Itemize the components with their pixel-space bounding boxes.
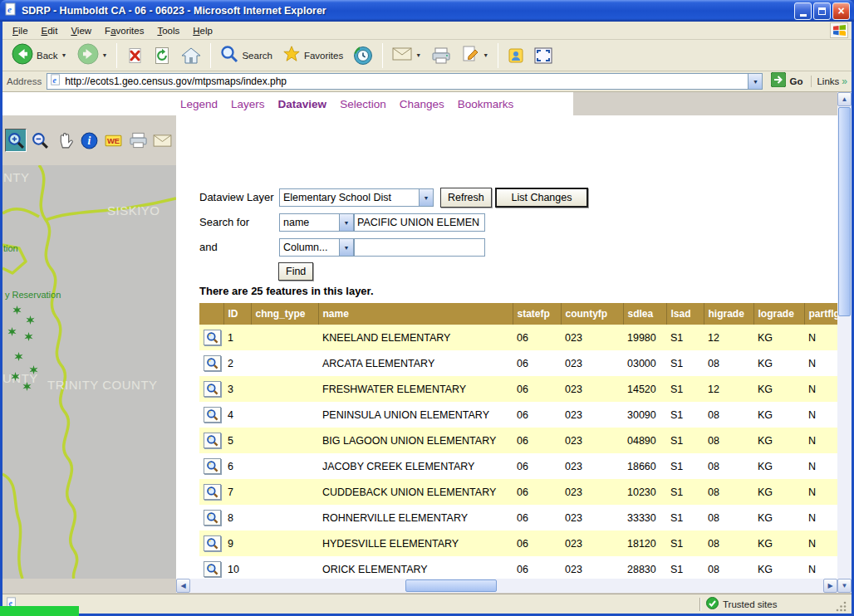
cell-countyfp: 023: [561, 530, 623, 556]
zoom-to-feature-button[interactable]: [204, 433, 221, 448]
star-icon: [282, 45, 301, 66]
history-button[interactable]: [349, 43, 377, 68]
zoom-to-feature-button[interactable]: [204, 484, 221, 500]
scroll-left-button[interactable]: ◀: [176, 579, 190, 593]
cell-higrade: 12: [704, 376, 753, 402]
horizontal-scroll-track[interactable]: [190, 579, 823, 593]
address-dropdown-button[interactable]: ▼: [748, 74, 762, 89]
zoom-to-feature-button[interactable]: [204, 510, 221, 526]
cell-statefp: 06: [513, 428, 561, 453]
feature-count-text: There are 25 features in this layer.: [199, 285, 374, 297]
address-field: e ▼: [47, 73, 763, 90]
favorites-button[interactable]: Favorites: [278, 42, 347, 69]
nav-legend[interactable]: Legend: [180, 98, 218, 110]
svg-text:WE: WE: [107, 136, 120, 145]
scroll-right-button[interactable]: ▶: [823, 579, 837, 593]
horizontal-scrollbar[interactable]: ◀ ▶: [176, 579, 837, 593]
horizontal-scroll-thumb[interactable]: [405, 579, 497, 592]
print-map-button[interactable]: [127, 129, 149, 152]
dataview-layer-select[interactable]: Elementary School Dist ▼: [279, 188, 434, 207]
menu-tools[interactable]: Tools: [150, 23, 186, 38]
cell-sdlea: 30090: [623, 402, 666, 428]
menu-help[interactable]: Help: [186, 23, 219, 38]
zoom-to-feature-button[interactable]: [204, 561, 221, 577]
nav-layers[interactable]: Layers: [231, 98, 265, 110]
map-canvas[interactable]: NTYSISKIYOUNTYTRINITY COUNTYtiony Reserv…: [2, 165, 176, 579]
window-title: SDRP - Humboldt CA - 06 - 06023 - Micros…: [22, 5, 790, 17]
chevrons-icon: »: [842, 76, 847, 87]
menu-favorites[interactable]: Favorites: [98, 23, 150, 38]
back-button[interactable]: Back ▼: [7, 41, 71, 71]
info-tool-button[interactable]: i: [78, 129, 100, 152]
address-input[interactable]: [65, 76, 744, 87]
home-button[interactable]: [177, 44, 205, 67]
edit-icon: [461, 45, 479, 66]
refresh-button[interactable]: [149, 44, 175, 67]
find-button[interactable]: Find: [278, 262, 313, 281]
trusted-sites-label: Trusted sites: [723, 599, 777, 609]
search-field-select[interactable]: name ▼: [279, 213, 354, 232]
search-text-input[interactable]: [354, 213, 485, 232]
cell-name: KNEELAND ELEMENTARY: [318, 325, 513, 350]
column-text-input[interactable]: [354, 238, 485, 257]
forward-button[interactable]: ▼: [73, 41, 112, 71]
scroll-up-button[interactable]: ▲: [837, 92, 852, 106]
toolbar-separator: [498, 43, 498, 68]
cell-partflg: N: [804, 530, 840, 556]
map-label: TRINITY COUNTY: [47, 378, 158, 392]
statusbar: e Trusted sites: [2, 594, 852, 614]
zoom-to-feature-button[interactable]: [204, 381, 221, 397]
edit-button[interactable]: ▼: [457, 42, 493, 69]
menu-view[interactable]: View: [64, 23, 98, 38]
column-header-lsad: lsad: [666, 303, 704, 325]
cell-sdlea: 18120: [623, 530, 666, 556]
cell-name: FRESHWATER ELEMENTARY: [318, 376, 513, 402]
cell-statefp: 06: [513, 325, 561, 350]
nav-selection[interactable]: Selection: [340, 98, 386, 110]
links-bar[interactable]: Links »: [811, 76, 847, 87]
cell-countyfp: 023: [561, 479, 623, 505]
nav-bookmarks[interactable]: Bookmarks: [458, 98, 514, 110]
menu-file[interactable]: File: [6, 23, 35, 38]
cell-statefp: 06: [513, 402, 561, 428]
print-button[interactable]: [427, 45, 455, 66]
zoom-to-feature-button[interactable]: [204, 458, 221, 474]
stop-button[interactable]: [122, 45, 147, 66]
maximize-button[interactable]: [813, 2, 831, 20]
nav-dataview[interactable]: Dataview: [278, 98, 327, 110]
pan-tool-button[interactable]: [54, 129, 76, 152]
and-label: and: [199, 238, 218, 257]
list-changes-button[interactable]: List Changes: [495, 188, 588, 208]
zoom-in-tool-button[interactable]: [5, 129, 27, 152]
zoom-to-feature-button[interactable]: [204, 355, 221, 371]
we-tool-button[interactable]: WE: [103, 129, 125, 152]
table-row: 4 PENINSULA UNION ELEMENTARY 06 023 3009…: [199, 402, 840, 428]
zoom-to-feature-button[interactable]: [204, 330, 221, 345]
browser-toolbar: Back ▼ ▼ Search Favorites ▼ ▼: [2, 40, 852, 71]
menu-edit[interactable]: Edit: [35, 23, 65, 38]
reservation-star-icon: [12, 303, 22, 312]
column-select[interactable]: Column... ▼: [279, 238, 354, 257]
vertical-scrollbar[interactable]: ▲ ▼: [837, 92, 852, 593]
minimize-button[interactable]: [794, 2, 812, 20]
refresh-layer-button[interactable]: Refresh: [440, 188, 492, 208]
fullscreen-button[interactable]: [530, 45, 557, 66]
zoom-to-feature-button[interactable]: [204, 407, 221, 423]
go-button[interactable]: Go: [768, 71, 806, 91]
resize-grip[interactable]: [836, 601, 848, 614]
close-button[interactable]: ×: [832, 2, 850, 20]
cell-lograde: KG: [753, 402, 804, 428]
toolbar-separator: [116, 43, 117, 68]
vertical-scroll-thumb[interactable]: [838, 107, 851, 316]
zoom-to-feature-button[interactable]: [204, 535, 221, 551]
scroll-down-button[interactable]: ▼: [837, 579, 852, 593]
zoom-out-tool-button[interactable]: [29, 129, 51, 152]
mail-button[interactable]: ▼: [388, 44, 425, 67]
cell-chng-type: [251, 505, 318, 530]
messenger-button[interactable]: [503, 45, 528, 66]
email-map-button[interactable]: [152, 129, 174, 152]
search-button[interactable]: Search: [216, 42, 276, 69]
nav-changes[interactable]: Changes: [400, 98, 444, 110]
toolbar-separator: [210, 43, 211, 68]
svg-text:e: e: [53, 76, 57, 85]
